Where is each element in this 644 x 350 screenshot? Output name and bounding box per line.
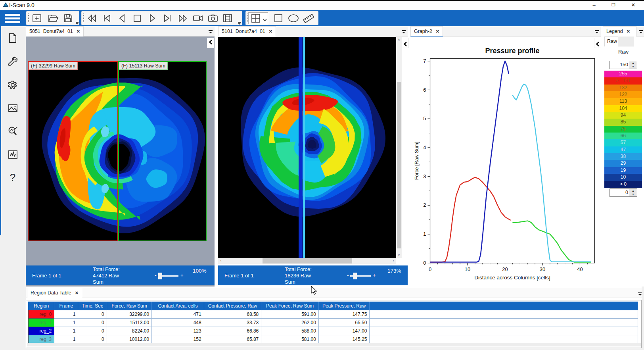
svg-text:7: 7 xyxy=(423,58,426,64)
svg-text:0: 0 xyxy=(423,260,426,266)
svg-text:0: 0 xyxy=(429,266,431,272)
svg-text:30: 30 xyxy=(540,266,545,272)
svg-text:20: 20 xyxy=(502,266,508,272)
svg-text:6: 6 xyxy=(423,87,426,93)
svg-text:Pressure profile: Pressure profile xyxy=(485,47,539,55)
svg-text:Force [Raw Sum]: Force [Raw Sum] xyxy=(414,142,420,180)
svg-text:10: 10 xyxy=(465,266,470,272)
svg-text:3: 3 xyxy=(423,173,426,179)
svg-text:1: 1 xyxy=(423,231,426,237)
svg-text:40: 40 xyxy=(577,266,583,272)
svg-text:5: 5 xyxy=(423,115,426,121)
svg-text:4: 4 xyxy=(423,144,426,150)
svg-text:Distance across Columns [cells: Distance across Columns [cells] xyxy=(474,275,550,281)
svg-text:?: ? xyxy=(10,172,15,183)
svg-text:2: 2 xyxy=(423,202,426,208)
